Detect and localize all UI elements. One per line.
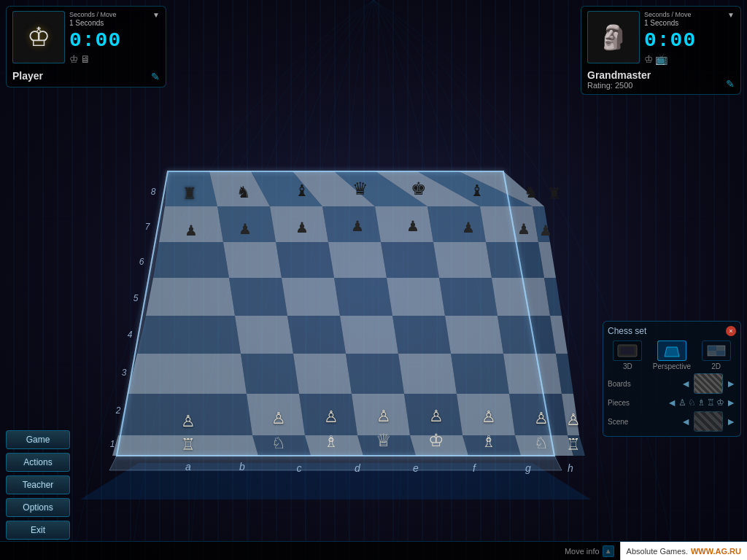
svg-rect-128 <box>716 351 725 356</box>
chess-board-area[interactable]: a b c d e f g h 8 7 6 5 4 3 2 1 ♜ ♞ ♝ ♛ … <box>80 113 591 543</box>
move-info-arrow[interactable]: ▲ <box>603 545 614 557</box>
svg-text:♛: ♛ <box>352 179 368 198</box>
svg-text:♗: ♗ <box>324 432 338 451</box>
view-3d-icon <box>613 341 642 361</box>
player1-edit-icon[interactable]: ✎ <box>151 71 160 82</box>
boards-label: Boards <box>608 380 631 388</box>
svg-marker-34 <box>229 278 287 316</box>
svg-marker-25 <box>153 242 229 278</box>
piece-nav-icon-4: ♖ <box>707 397 715 408</box>
piece-nav-icon-2: ♘ <box>688 397 696 408</box>
svg-marker-49 <box>128 354 247 394</box>
svg-text:5: 5 <box>133 293 139 303</box>
status-bar: Move info ▲ Absolute Games. WWW.AG.RU <box>0 541 747 560</box>
svg-text:♟: ♟ <box>239 221 252 237</box>
svg-marker-37 <box>387 278 445 316</box>
teacher-button[interactable]: Teacher <box>6 475 70 494</box>
svg-marker-122 <box>109 456 562 470</box>
svg-text:♖: ♖ <box>181 435 196 454</box>
svg-text:♟: ♟ <box>295 219 309 236</box>
view-perspective-label: Perspective <box>653 362 691 370</box>
svg-text:♙: ♙ <box>534 409 549 427</box>
player2-info: Seconds / Move ▼ 1 Seconds 0:00 ♔ 📺 <box>644 11 735 66</box>
scene-next-arrow[interactable]: ► <box>726 416 736 427</box>
actions-button[interactable]: Actions <box>6 453 70 472</box>
game-button[interactable]: Game <box>6 430 70 449</box>
player2-avatar: 🗿 <box>587 11 640 63</box>
svg-text:♙: ♙ <box>566 411 581 429</box>
king-icon-2: ♔ <box>644 53 654 65</box>
player1-avatar: ♔ <box>12 11 65 63</box>
svg-marker-42 <box>235 316 293 354</box>
svg-rect-124 <box>621 347 634 354</box>
svg-marker-125 <box>665 347 679 357</box>
svg-marker-30 <box>433 242 492 278</box>
player1-dropdown[interactable]: ▼ <box>152 11 160 19</box>
svg-marker-28 <box>328 242 387 278</box>
player2-panel: 🗿 Seconds / Move ▼ 1 Seconds 0:00 ♔ 📺 Gr… <box>581 6 741 95</box>
svg-marker-55 <box>503 354 562 394</box>
svg-rect-129 <box>716 346 725 351</box>
svg-text:♖: ♖ <box>566 435 581 454</box>
king-icon: ♔ <box>69 53 79 65</box>
svg-marker-50 <box>241 354 299 394</box>
player2-dropdown[interactable]: ▼ <box>727 11 735 19</box>
svg-text:3: 3 <box>122 368 127 378</box>
svg-text:♙: ♙ <box>324 408 338 426</box>
svg-text:♟: ♟ <box>462 219 475 236</box>
svg-marker-46 <box>445 316 503 354</box>
exit-button[interactable]: Exit <box>6 521 70 540</box>
view-3d-label: 3D <box>623 362 632 370</box>
svg-text:♚: ♚ <box>411 179 427 198</box>
pieces-prev-arrow[interactable]: ◄ <box>667 397 677 408</box>
svg-text:♜: ♜ <box>182 184 197 203</box>
chess-set-close-button[interactable]: × <box>726 326 736 336</box>
svg-text:♘: ♘ <box>271 434 286 452</box>
pieces-label: Pieces <box>608 399 630 407</box>
scene-prev-arrow[interactable]: ◄ <box>681 416 691 427</box>
options-button[interactable]: Options <box>6 498 70 517</box>
player1-header: ♔ Seconds / Move ▼ 1 Seconds 0:00 ♔ 🖥 <box>12 11 160 66</box>
player2-edit-icon[interactable]: ✎ <box>726 78 735 90</box>
view-2d-label: 2D <box>711 362 721 370</box>
boards-thumb[interactable] <box>694 373 723 394</box>
pieces-row: Pieces ◄ ♙ ♘ ♗ ♖ ♔ ► <box>608 397 736 408</box>
svg-marker-26 <box>223 242 282 278</box>
svg-text:♙: ♙ <box>181 412 196 430</box>
svg-marker-52 <box>346 354 404 394</box>
player2-timer: 0:00 <box>644 29 735 52</box>
boards-nav: ◄ ► <box>681 373 736 394</box>
move-info-section: Move info ▲ <box>559 545 620 557</box>
player1-avatar-icon: ♔ <box>27 22 50 52</box>
svg-text:♜: ♜ <box>547 184 562 203</box>
svg-marker-39 <box>492 278 550 316</box>
boards-prev-arrow[interactable]: ◄ <box>681 378 691 389</box>
player1-info: Seconds / Move ▼ 1 Seconds 0:00 ♔ 🖥 <box>69 11 160 66</box>
player1-seconds-value: 1 Seconds <box>69 19 160 27</box>
boards-row: Boards ◄ ► <box>608 373 736 394</box>
ag-branding: Absolute Games. WWW.AG.RU <box>620 542 747 560</box>
svg-text:♟: ♟ <box>539 222 552 238</box>
svg-text:♙: ♙ <box>376 407 391 425</box>
player2-rating: Rating: 2500 <box>587 81 651 90</box>
scene-thumb[interactable] <box>694 411 723 432</box>
svg-text:h: h <box>568 462 573 474</box>
player2-name: Grandmaster <box>587 69 651 81</box>
pieces-next-arrow[interactable]: ► <box>726 397 736 408</box>
boards-next-arrow[interactable]: ► <box>726 378 736 389</box>
view-3d-button[interactable]: 3D <box>613 341 642 370</box>
svg-text:♝: ♝ <box>470 182 484 200</box>
svg-marker-35 <box>282 278 340 316</box>
svg-text:♟: ♟ <box>406 218 419 234</box>
view-2d-button[interactable]: 2D <box>702 341 731 370</box>
view-perspective-button[interactable]: Perspective <box>653 341 691 370</box>
player1-seconds-label: Seconds / Move ▼ <box>69 11 160 19</box>
chess-set-header: Chess set × <box>608 326 736 336</box>
svg-marker-43 <box>287 316 346 354</box>
scene-row: Scene ◄ ► <box>608 411 736 432</box>
svg-text:♟: ♟ <box>517 221 530 237</box>
svg-marker-29 <box>381 242 439 278</box>
svg-marker-45 <box>392 316 451 354</box>
player1-name: Player <box>12 70 43 82</box>
player2-header: 🗿 Seconds / Move ▼ 1 Seconds 0:00 ♔ 📺 <box>587 11 735 66</box>
